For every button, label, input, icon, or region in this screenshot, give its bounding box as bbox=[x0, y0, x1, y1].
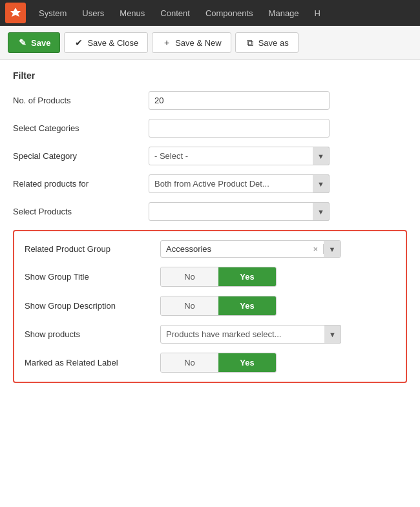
related-product-group-arrow-icon[interactable]: ▼ bbox=[324, 241, 341, 257]
nav-system[interactable]: System bbox=[31, 0, 74, 26]
show-group-description-yes-btn[interactable]: Yes bbox=[218, 296, 276, 315]
marked-as-related-toggle: No Yes bbox=[160, 353, 277, 373]
related-products-label: Related products for bbox=[13, 179, 149, 189]
marked-as-related-label: Marked as Related Label bbox=[25, 358, 160, 367]
select-products-select[interactable] bbox=[149, 202, 330, 221]
related-products-select-wrapper: Both from Active Product Det... ▼ bbox=[149, 174, 330, 193]
save-close-label: Save & Close bbox=[87, 38, 138, 48]
toolbar: ✎ Save ✔ Save & Close + Save & New ⧉ Sav… bbox=[0, 26, 420, 60]
nav-components[interactable]: Components bbox=[198, 0, 261, 26]
special-category-select-wrapper: - Select - ▼ bbox=[149, 147, 330, 165]
show-group-title-no-btn[interactable]: No bbox=[161, 267, 218, 286]
special-category-select[interactable]: - Select - bbox=[149, 147, 330, 165]
no-of-products-label: No. of Products bbox=[13, 96, 149, 105]
marked-as-related-yes-btn[interactable]: Yes bbox=[218, 353, 276, 372]
save-as-button[interactable]: ⧉ Save as bbox=[235, 32, 299, 53]
select-categories-label: Select Categories bbox=[13, 123, 149, 133]
show-group-title-toggle: No Yes bbox=[160, 267, 277, 287]
save-icon: ✎ bbox=[17, 37, 28, 48]
special-category-control: - Select - ▼ bbox=[149, 147, 330, 165]
no-of-products-control bbox=[149, 91, 330, 110]
show-group-description-label: Show Group Description bbox=[25, 301, 160, 311]
joomla-logo bbox=[5, 3, 26, 23]
marked-as-related-no-btn[interactable]: No bbox=[161, 353, 218, 372]
no-of-products-row: No. of Products bbox=[13, 91, 407, 110]
related-products-control: Both from Active Product Det... ▼ bbox=[149, 174, 330, 193]
show-products-control: Products have marked select... ▼ bbox=[160, 325, 341, 344]
related-product-group-section: Related Product Group Accessories × ▼ Sh… bbox=[13, 230, 407, 383]
nav-users[interactable]: Users bbox=[74, 0, 112, 26]
navbar: System Users Menus Content Components Ma… bbox=[0, 0, 420, 26]
related-products-row: Related products for Both from Active Pr… bbox=[13, 174, 407, 193]
show-group-description-toggle: No Yes bbox=[160, 296, 277, 316]
filter-title: Filter bbox=[13, 70, 407, 81]
show-group-title-yes-btn[interactable]: Yes bbox=[218, 267, 276, 286]
special-category-row: Special Category - Select - ▼ bbox=[13, 147, 407, 165]
related-product-group-row: Related Product Group Accessories × ▼ bbox=[25, 240, 395, 258]
nav-content[interactable]: Content bbox=[152, 0, 198, 26]
save-button[interactable]: ✎ Save bbox=[8, 32, 60, 53]
select-categories-row: Select Categories bbox=[13, 119, 407, 138]
related-product-group-clear-icon[interactable]: × bbox=[308, 244, 324, 254]
marked-as-related-row: Marked as Related Label No Yes bbox=[25, 353, 395, 373]
save-label: Save bbox=[31, 38, 50, 48]
select-products-select-wrapper: ▼ bbox=[149, 202, 330, 221]
related-products-select[interactable]: Both from Active Product Det... bbox=[149, 174, 330, 193]
save-close-button[interactable]: ✔ Save & Close bbox=[64, 32, 148, 53]
content-area: Filter No. of Products Select Categories… bbox=[0, 60, 420, 393]
select-products-control: ▼ bbox=[149, 202, 330, 221]
related-product-group-label: Related Product Group bbox=[25, 244, 160, 254]
select-products-label: Select Products bbox=[13, 207, 149, 216]
show-group-description-no-btn[interactable]: No bbox=[161, 296, 218, 315]
show-group-description-row: Show Group Description No Yes bbox=[25, 296, 395, 316]
no-of-products-input[interactable] bbox=[149, 91, 330, 110]
show-products-row: Show products Products have marked selec… bbox=[25, 325, 395, 344]
nav-manage[interactable]: Manage bbox=[261, 0, 307, 26]
marked-as-related-control: No Yes bbox=[160, 353, 341, 373]
special-category-label: Special Category bbox=[13, 151, 149, 161]
save-as-label: Save as bbox=[258, 38, 289, 48]
nav-h[interactable]: H bbox=[307, 0, 328, 26]
related-product-group-control: Accessories × ▼ bbox=[160, 240, 341, 258]
copy-icon: ⧉ bbox=[245, 37, 255, 48]
select-categories-control bbox=[149, 119, 330, 138]
check-icon: ✔ bbox=[74, 37, 84, 48]
show-products-select[interactable]: Products have marked select... bbox=[160, 325, 341, 344]
related-product-group-value: Accessories bbox=[161, 241, 308, 257]
show-products-label: Show products bbox=[25, 329, 160, 339]
show-group-title-row: Show Group Title No Yes bbox=[25, 267, 395, 287]
related-product-group-tag-select[interactable]: Accessories × ▼ bbox=[160, 240, 341, 258]
show-group-title-control: No Yes bbox=[160, 267, 341, 287]
save-new-button[interactable]: + Save & New bbox=[152, 32, 231, 53]
show-products-select-wrapper: Products have marked select... ▼ bbox=[160, 325, 341, 344]
nav-menus[interactable]: Menus bbox=[112, 0, 152, 26]
show-group-title-label: Show Group Title bbox=[25, 272, 160, 282]
select-products-row: Select Products ▼ bbox=[13, 202, 407, 221]
save-new-label: Save & New bbox=[175, 38, 222, 48]
show-group-description-control: No Yes bbox=[160, 296, 341, 316]
plus-icon: + bbox=[162, 37, 172, 48]
select-categories-input[interactable] bbox=[149, 119, 330, 138]
